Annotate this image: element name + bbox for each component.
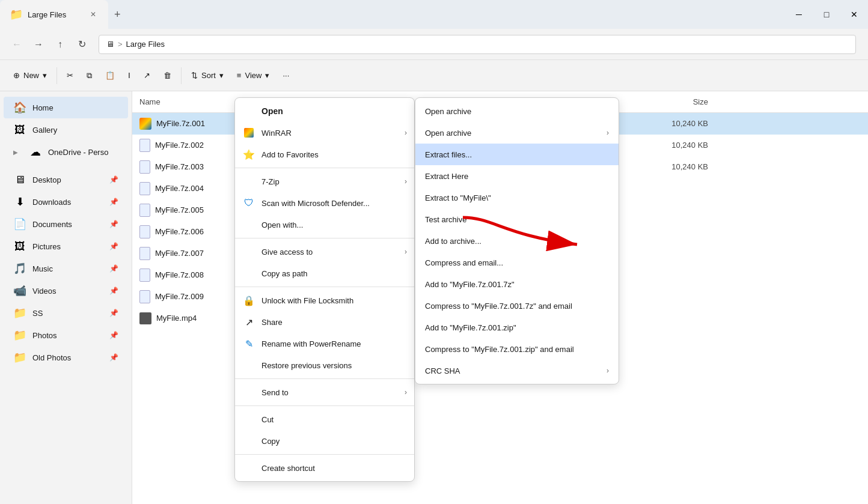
forward-button[interactable]: → <box>29 35 48 54</box>
sidebar-item-pictures[interactable]: 🖼 Pictures 📌 <box>4 235 128 257</box>
sort-icon: ⇅ <box>191 71 198 80</box>
view-icon: ≡ <box>237 71 242 80</box>
paste-button[interactable]: 📋 <box>99 64 121 88</box>
new-label: New <box>23 71 39 80</box>
sub-label-crc-sha: CRC SHA <box>425 366 460 375</box>
sub-item-compress-zip-email[interactable]: Compress to "MyFile.7z.001.zip" and emai… <box>415 338 619 360</box>
ctx-label-defender: Scan with Microsoft Defender... <box>261 199 370 208</box>
sidebar-label-music: Music <box>32 264 103 273</box>
sub-item-open-archive2[interactable]: Open archive › <box>415 122 619 144</box>
ctx-item-access[interactable]: Give access to › <box>235 241 414 263</box>
ctx-item-powerrename[interactable]: ✎ Rename with PowerRename <box>235 333 414 354</box>
ctx-item-defender[interactable]: 🛡 Scan with Microsoft Defender... <box>235 192 414 214</box>
sidebar-item-photos[interactable]: 📁 Photos 📌 <box>4 324 128 346</box>
share-ctx-icon: ↗ <box>242 315 255 329</box>
breadcrumb-bar[interactable]: 🖥 > Large Files <box>99 35 856 54</box>
ctx-item-copypath[interactable]: Copy as path <box>235 263 414 284</box>
sidebar-item-oldphotos[interactable]: 📁 Old Photos 📌 <box>4 347 128 368</box>
copy-ctx-icon <box>242 434 255 448</box>
sub-label-compress-zip-email: Compress to "MyFile.7z.001.zip" and emai… <box>425 345 574 354</box>
sub-label-extract-to: Extract to "MyFile\" <box>425 193 491 202</box>
ctx-label-powerrename: Rename with PowerRename <box>261 339 361 348</box>
sidebar-item-desktop[interactable]: 🖥 Desktop 📌 <box>4 169 128 190</box>
sub-item-extract-here[interactable]: Extract Here <box>415 165 619 187</box>
access-icon <box>242 245 255 258</box>
ctx-item-locksmith[interactable]: 🔒 Unlock with File Locksmith <box>235 290 414 311</box>
sidebar-item-gallery[interactable]: 🖼 Gallery <box>4 119 128 141</box>
maximize-button[interactable]: □ <box>813 0 840 29</box>
access-arrow-icon: › <box>405 247 407 256</box>
sub-item-compress-7z-email[interactable]: Compress to "MyFile.7z.001.7z" and email <box>415 295 619 317</box>
sub-item-add-archive[interactable]: Add to archive... <box>415 230 619 252</box>
sidebar-label-gallery: Gallery <box>32 126 118 135</box>
sub-item-open-archive[interactable]: Open archive <box>415 100 619 122</box>
more-button[interactable]: ··· <box>277 64 295 88</box>
ctx-item-open[interactable]: Open <box>235 100 414 122</box>
restore-icon <box>242 359 255 372</box>
new-tab-button[interactable]: + <box>108 6 127 23</box>
sort-button[interactable]: ⇅ Sort ▾ <box>185 64 230 88</box>
onedrive-icon: ☁ <box>29 145 42 159</box>
tab-folder-icon: 📁 <box>10 8 23 21</box>
ctx-item-restore[interactable]: Restore previous versions <box>235 354 414 376</box>
view-button[interactable]: ≡ View ▾ <box>231 64 276 88</box>
locksmith-icon: 🔒 <box>242 294 255 307</box>
ctx-item-7zip[interactable]: 7-Zip › <box>235 171 414 192</box>
sidebar-item-onedrive[interactable]: ▶ ☁ OneDrive - Perso <box>4 141 128 163</box>
context-menu-overlay[interactable]: Open WinRAR › ⭐ Add to Favorites 7-Zip › <box>132 91 868 504</box>
ctx-item-copy[interactable]: Copy <box>235 430 414 452</box>
ctx-item-share[interactable]: ↗ Share <box>235 311 414 333</box>
sub-item-extract-files[interactable]: Extract files... <box>415 144 619 165</box>
ctx-item-openwith[interactable]: Open with... <box>235 214 414 235</box>
ctx-label-sendto: Send to <box>261 388 289 397</box>
sidebar-item-documents[interactable]: 📄 Documents 📌 <box>4 213 128 235</box>
back-button[interactable]: ← <box>7 35 26 54</box>
up-button[interactable]: ↑ <box>50 35 70 54</box>
sub-item-add-zip[interactable]: Add to "MyFile.7z.001.zip" <box>415 317 619 338</box>
crc-sha-arrow-icon: › <box>607 366 609 375</box>
ribbon-separator-1 <box>57 67 57 84</box>
ctx-label-copypath: Copy as path <box>261 269 308 278</box>
sub-item-test-archive[interactable]: Test archive <box>415 208 619 230</box>
cut-button[interactable]: ✂ <box>61 64 79 88</box>
new-plus-icon: ⊕ <box>13 71 20 80</box>
ctx-item-sendto[interactable]: Send to › <box>235 381 414 403</box>
active-tab[interactable]: 📁 Large Files ✕ <box>0 0 108 29</box>
refresh-button[interactable]: ↻ <box>72 35 91 54</box>
openwith-icon <box>242 218 255 231</box>
ctx-item-cut[interactable]: Cut <box>235 408 414 430</box>
main-area: 🏠 Home 🖼 Gallery ▶ ☁ OneDrive - Perso 🖥 … <box>0 91 868 504</box>
sidebar-item-downloads[interactable]: ⬇ Downloads 📌 <box>4 191 128 213</box>
sidebar-item-ss[interactable]: 📁 SS 📌 <box>4 302 128 324</box>
sidebar-item-videos[interactable]: 📹 Videos 📌 <box>4 280 128 302</box>
view-label: View <box>245 71 261 80</box>
sidebar-item-music[interactable]: 🎵 Music 📌 <box>4 258 128 279</box>
oldphotos-icon: 📁 <box>13 351 26 364</box>
tab-title: Large Files <box>28 10 83 19</box>
sub-label-extract-files: Extract files... <box>425 150 472 159</box>
ctx-label-access: Give access to <box>261 247 313 257</box>
sub-item-add-myfile7z[interactable]: Add to "MyFile.7z.001.7z" <box>415 273 619 295</box>
minimize-button[interactable]: ─ <box>785 0 813 29</box>
ctx-item-add-favorites[interactable]: ⭐ Add to Favorites <box>235 144 414 165</box>
close-button[interactable]: ✕ <box>840 0 868 29</box>
cut-icon: ✂ <box>67 71 73 80</box>
tab-close-button[interactable]: ✕ <box>88 8 99 21</box>
ctx-item-createshortcut[interactable]: Create shortcut <box>235 457 414 479</box>
sidebar-label-oldphotos: Old Photos <box>32 353 103 362</box>
copy-button[interactable]: ⧉ <box>81 64 98 88</box>
sub-label-extract-here: Extract Here <box>425 172 468 181</box>
new-dropdown-icon: ▾ <box>43 71 47 80</box>
sub-item-crc-sha[interactable]: CRC SHA › <box>415 360 619 381</box>
new-button[interactable]: ⊕ New ▾ <box>7 64 53 88</box>
rename-button[interactable]: Ⅰ <box>122 64 136 88</box>
sidebar-item-home[interactable]: 🏠 Home <box>4 97 128 118</box>
ctx-label-cut: Cut <box>261 415 274 424</box>
sidebar-label-photos: Photos <box>32 331 103 340</box>
sub-item-compress-email[interactable]: Compress and email... <box>415 252 619 273</box>
sub-item-extract-to[interactable]: Extract to "MyFile\" <box>415 187 619 208</box>
ctx-item-winrar[interactable]: WinRAR › <box>235 122 414 144</box>
delete-button[interactable]: 🗑 <box>157 64 177 88</box>
sidebar-label-desktop: Desktop <box>32 175 103 184</box>
share-button[interactable]: ↗ <box>138 64 156 88</box>
